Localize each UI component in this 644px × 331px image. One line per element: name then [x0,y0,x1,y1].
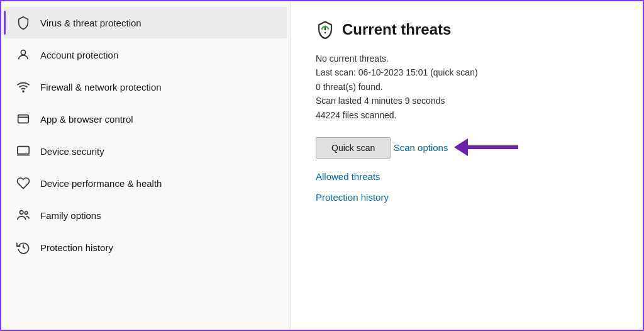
section-title: Current threats [342,21,451,38]
svg-point-1 [23,91,24,92]
files-scanned-text: 44224 files scanned. [316,108,618,122]
arrow-body [468,145,518,149]
threats-found-text: 0 threat(s) found. [316,80,618,94]
svg-rect-4 [18,147,29,154]
svg-point-6 [25,211,28,215]
sidebar-item-protection-history[interactable]: Protection history [4,232,287,263]
no-threats-text: No current threats. [316,52,618,65]
sidebar-item-account-protection[interactable]: Account protection [4,39,287,70]
quick-scan-button[interactable]: Quick scan [316,137,391,159]
scan-options-link[interactable]: Scan options [394,142,448,153]
app-container: Virus & threat protection Account protec… [1,1,643,330]
arrow-head [454,138,468,156]
last-scan-text: Last scan: 06-10-2023 15:01 (quick scan) [316,65,618,79]
allowed-threats-link[interactable]: Allowed threats [316,171,618,182]
heart-icon [16,176,30,190]
sidebar-label-device-performance: Device performance & health [40,178,162,189]
person-icon [16,48,30,62]
scan-duration-text: Scan lasted 4 minutes 9 seconds [316,94,618,108]
protection-history-link[interactable]: Protection history [316,192,618,203]
sidebar-item-family-options[interactable]: Family options [4,199,287,231]
svg-point-5 [20,211,24,215]
history-icon [16,240,30,254]
sidebar-item-device-security[interactable]: Device security [4,135,287,167]
main-panel: Current threats No current threats. Last… [291,1,643,330]
threat-info-block: No current threats. Last scan: 06-10-202… [316,52,618,122]
laptop-icon [16,144,30,158]
sidebar-label-family-options: Family options [40,210,101,221]
family-icon [16,208,30,222]
sidebar: Virus & threat protection Account protec… [1,1,291,330]
wifi-icon [16,80,30,94]
sidebar-label-device-security: Device security [40,146,104,157]
svg-point-0 [21,50,25,55]
sidebar-label-account-protection: Account protection [40,50,118,60]
sidebar-item-firewall[interactable]: Firewall & network protection [4,71,287,103]
section-header: Current threats [316,20,618,39]
sidebar-item-device-performance[interactable]: Device performance & health [4,167,287,199]
arrow-annotation [454,138,518,156]
current-threats-icon [316,20,335,39]
sidebar-label-virus-threat: Virus & threat protection [40,18,142,28]
svg-rect-2 [18,115,29,123]
sidebar-label-protection-history: Protection history [40,242,113,253]
browser-icon [16,112,30,126]
sidebar-item-virus-threat[interactable]: Virus & threat protection [4,7,287,38]
sidebar-label-app-browser: App & browser control [40,114,133,125]
shield-icon [16,16,30,30]
sidebar-item-app-browser[interactable]: App & browser control [4,103,287,135]
sidebar-label-firewall: Firewall & network protection [40,82,162,93]
